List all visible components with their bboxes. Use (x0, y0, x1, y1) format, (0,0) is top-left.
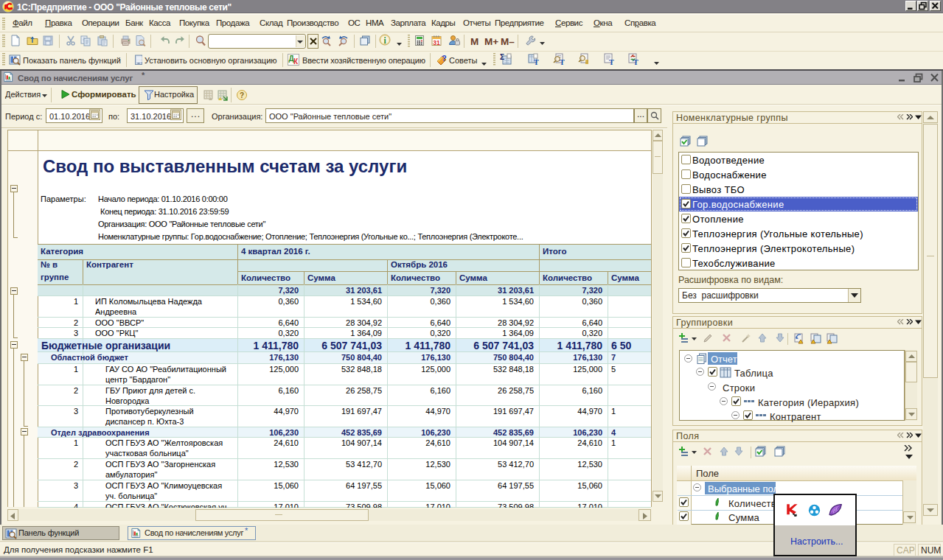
svg-text:К: К (293, 57, 299, 66)
svg-text:?: ? (240, 91, 244, 99)
svg-text:T: T (534, 58, 539, 66)
svg-text:T: T (560, 58, 565, 66)
svg-text:Σ: Σ (500, 53, 504, 61)
svg-text:?: ? (442, 54, 447, 63)
svg-text:31: 31 (433, 39, 440, 46)
svg-text:T: T (609, 58, 614, 66)
svg-text:T: T (633, 58, 638, 66)
